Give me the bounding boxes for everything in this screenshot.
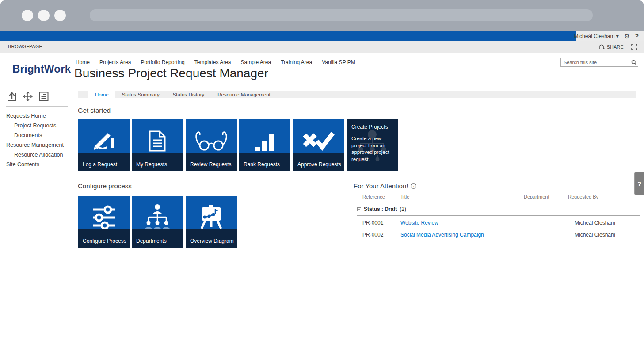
attention-heading: For Your Attention! i	[354, 182, 416, 190]
topnav-vanilla-sp-pm[interactable]: Vanilla SP PM	[322, 59, 355, 65]
sidebar-divider	[6, 106, 68, 107]
presence-checkbox[interactable]	[568, 221, 572, 225]
bar-chart-icon	[251, 128, 278, 155]
top-navigation: Home Projects Area Portfolio Reporting T…	[76, 59, 355, 65]
tile-overview-diagram[interactable]: Overview Diagram	[186, 196, 237, 248]
page-title: Business Project Request Manager	[74, 66, 268, 80]
cell-requested-by: Micheál Clesham	[575, 232, 615, 238]
sidebar-item-site-contents[interactable]: Site Contents	[0, 160, 74, 169]
table-header: Reference Title Department Requested By	[357, 193, 640, 201]
group-count: (2)	[400, 206, 406, 212]
column-title[interactable]: Title	[400, 194, 524, 199]
suite-bar-right: Micheál Clesham ▾ ⚙ ?	[576, 31, 644, 41]
column-reference[interactable]: Reference	[357, 194, 400, 199]
info-icon[interactable]: i	[411, 183, 416, 189]
tile-label: Departments	[136, 238, 167, 244]
window-button-icon[interactable]	[22, 10, 33, 21]
group-header-status-draft: − Status : Draft (2)	[357, 206, 640, 216]
topnav-portfolio-reporting[interactable]: Portfolio Reporting	[141, 59, 184, 65]
ribbon-tab-browse[interactable]: BROWSE	[8, 44, 30, 49]
document-icon	[147, 128, 168, 155]
get-started-heading: Get started	[78, 107, 111, 114]
tab-status-history[interactable]: Status History	[166, 91, 211, 98]
list-icon[interactable]	[38, 90, 50, 103]
tile-rank-requests[interactable]: Rank Requests	[239, 119, 290, 171]
tab-strip: Home Status Summary Status History Resou…	[78, 91, 636, 98]
ribbon-tab-page[interactable]: PAGE	[29, 44, 42, 49]
configure-process-heading: Configure process	[78, 182, 132, 190]
address-bar[interactable]	[90, 9, 593, 21]
window-button-icon[interactable]	[38, 10, 50, 21]
tile-configure-process[interactable]: Configure Process	[78, 196, 130, 248]
tile-label: My Requests	[136, 161, 167, 168]
tile-label: Rank Requests	[244, 161, 280, 168]
tile-label: Review Requests	[190, 161, 231, 168]
column-requested-by[interactable]: Requested By	[568, 194, 640, 199]
sidebar-item-resource-allocation[interactable]: Resource Allocation	[0, 150, 74, 160]
search-input[interactable]	[561, 60, 630, 65]
topnav-templates-area[interactable]: Templates Area	[194, 59, 231, 65]
tile-review-requests[interactable]: Review Requests	[186, 119, 237, 171]
tile-my-requests[interactable]: My Requests	[132, 119, 183, 171]
sidebar-item-requests-home[interactable]: Requests Home	[0, 111, 74, 121]
cell-reference: PR-0002	[357, 232, 400, 238]
tile-label: Overview Diagram	[190, 238, 234, 244]
gear-icon[interactable]: ⚙	[624, 33, 630, 39]
group-label: Status : Draft	[364, 206, 397, 212]
glasses-icon	[192, 128, 230, 155]
upload-icon[interactable]	[6, 90, 18, 103]
help-icon[interactable]: ?	[635, 33, 639, 40]
sidebar-actions	[6, 90, 50, 103]
topnav-training-area[interactable]: Training Area	[281, 59, 312, 65]
browser-window: Micheál Clesham ▾ ⚙ ? BROWSE PAGE SHARE …	[0, 0, 644, 348]
suite-bar: Micheál Clesham ▾ ⚙ ?	[0, 31, 644, 41]
tab-resource-management[interactable]: Resource Management	[211, 91, 277, 98]
x-check-icon	[301, 130, 336, 153]
focus-mode-icon[interactable]	[631, 43, 638, 52]
request-link[interactable]: Website Review	[400, 220, 524, 226]
help-side-tab[interactable]: ?	[634, 172, 644, 195]
tile-label: Configure Process	[83, 238, 126, 244]
brightwork-logo: BrightWork	[12, 63, 71, 75]
tile-create-projects[interactable]: Create Projects Create a new project fro…	[347, 119, 398, 171]
window-button-icon[interactable]	[54, 10, 66, 21]
share-sync-icon	[598, 44, 605, 50]
tile-label: Log a Request	[83, 161, 117, 168]
move-icon[interactable]	[22, 90, 34, 103]
pen-writing-icon	[91, 130, 117, 153]
table-row: PR-0002 Social Media Advertising Campaig…	[357, 229, 640, 240]
request-link[interactable]: Social Media Advertising Campaign	[400, 232, 524, 238]
sidebar-nav: Requests Home Project Requests Documents…	[0, 111, 74, 169]
search-icon[interactable]	[630, 60, 638, 65]
tile-approve-requests[interactable]: Approve Requests	[293, 119, 344, 171]
tab-status-summary[interactable]: Status Summary	[115, 91, 166, 98]
browser-chrome	[0, 0, 644, 31]
attention-table: Reference Title Department Requested By …	[357, 193, 640, 240]
share-button[interactable]: SHARE	[598, 44, 624, 50]
tile-departments[interactable]: Departments	[132, 196, 183, 248]
sidebar-item-resource-management[interactable]: Resource Management	[0, 140, 74, 150]
collapse-icon[interactable]: −	[357, 207, 361, 211]
cell-reference: PR-0001	[357, 220, 400, 226]
ribbon: BROWSE PAGE SHARE	[0, 41, 644, 53]
tile-log-a-request[interactable]: Log a Request	[78, 119, 130, 171]
suite-bar-blue	[0, 31, 576, 41]
topnav-home[interactable]: Home	[76, 59, 90, 65]
easel-icon	[197, 203, 225, 233]
tile-description: Create a new project from an approved pr…	[351, 135, 395, 163]
presence-checkbox[interactable]	[568, 233, 572, 237]
topnav-projects-area[interactable]: Projects Area	[99, 59, 131, 65]
topnav-sample-area[interactable]: Sample Area	[241, 59, 271, 65]
tile-title: Create Projects	[351, 124, 388, 130]
chevron-down-icon: ▾	[616, 33, 619, 39]
sliders-icon	[90, 203, 118, 233]
tab-home[interactable]: Home	[88, 91, 115, 98]
table-row: PR-0001 Website Review Micheál Clesham	[357, 218, 640, 228]
sidebar-item-documents[interactable]: Documents	[0, 130, 74, 140]
sidebar-item-project-requests[interactable]: Project Requests	[0, 121, 74, 130]
tile-label: Approve Requests	[297, 161, 341, 168]
column-department[interactable]: Department	[524, 194, 568, 199]
org-chart-icon	[143, 203, 171, 233]
cell-requested-by: Micheál Clesham	[575, 220, 615, 226]
user-menu[interactable]: Micheál Clesham ▾	[574, 33, 618, 39]
